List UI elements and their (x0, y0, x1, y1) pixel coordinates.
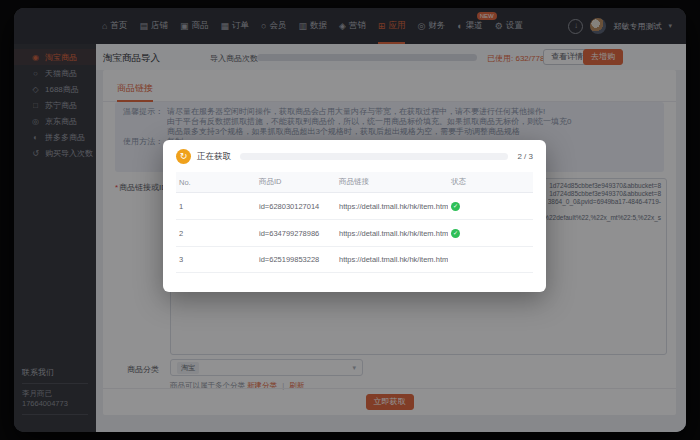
col-status: 状态 (448, 172, 533, 193)
modal-title: 正在获取 (197, 151, 231, 163)
col-product-link: 商品链接 (336, 172, 448, 193)
col-no: No. (176, 172, 256, 193)
table-row: 3 id=625199853228 https://detail.tmall.h… (176, 247, 533, 273)
cell-no: 1 (176, 193, 256, 220)
modal-progress-count: 2 / 3 (517, 152, 533, 161)
modal-table: No. 商品ID 商品链接 状态 1 id=628030127014 h (176, 172, 533, 273)
cell-no: 2 (176, 220, 256, 247)
cell-product-id: id=634799278986 (256, 220, 336, 247)
sync-icon: ↻ (176, 149, 191, 164)
cell-status: ✓ (448, 193, 533, 220)
cell-product-link: https://detail.tmall.hk/hk/item.htm?sp..… (336, 220, 448, 247)
cell-status: ✓ (448, 220, 533, 247)
table-row: 2 id=634799278986 https://detail.tmall.h… (176, 220, 533, 247)
modal-header: ↻ 正在获取 2 / 3 (163, 140, 546, 170)
success-icon: ✓ (451, 229, 460, 238)
cell-product-id: id=628030127014 (256, 193, 336, 220)
app-window: ⌂ 首页 ▤ 店铺 ▣ 商品 (14, 8, 686, 432)
table-header-row: No. 商品ID 商品链接 状态 (176, 172, 533, 193)
cell-product-link: https://detail.tmall.hk/hk/item.htm?sp..… (336, 247, 448, 273)
desktop-background: ⌂ 首页 ▤ 店铺 ▣ 商品 (0, 0, 700, 440)
col-product-id: 商品ID (256, 172, 336, 193)
cell-status: ✓ (448, 247, 533, 273)
modal-progress-bar (240, 153, 508, 160)
fetch-progress-modal: ↻ 正在获取 2 / 3 No. 商品ID 商品链接 状态 (163, 140, 546, 292)
success-icon: ✓ (451, 202, 460, 211)
cell-product-id: id=625199853228 (256, 247, 336, 273)
cell-product-link: https://detail.tmall.hk/hk/item.htm?sp..… (336, 193, 448, 220)
cell-no: 3 (176, 247, 256, 273)
table-row: 1 id=628030127014 https://detail.tmall.h… (176, 193, 533, 220)
